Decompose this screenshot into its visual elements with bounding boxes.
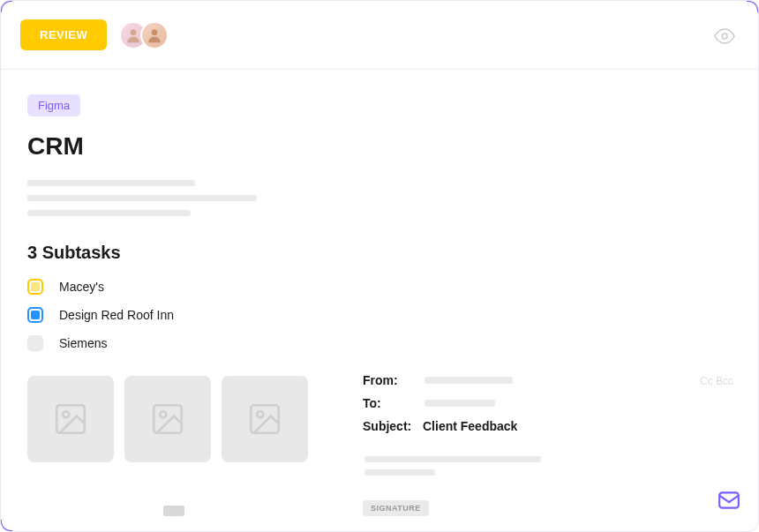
category-tag[interactable]: Figma bbox=[27, 94, 80, 116]
assignee-avatars bbox=[119, 21, 169, 49]
description-placeholder bbox=[27, 180, 732, 216]
image-icon bbox=[149, 401, 186, 438]
image-icon bbox=[52, 401, 89, 438]
header-bar: REVIEW bbox=[1, 1, 758, 70]
subtask-item[interactable]: Design Red Roof Inn bbox=[27, 307, 732, 323]
svg-point-1 bbox=[152, 29, 158, 35]
person-icon bbox=[124, 26, 142, 44]
signature-chip[interactable]: SIGNATURE bbox=[363, 500, 429, 516]
to-value-placeholder[interactable] bbox=[425, 400, 495, 407]
subtask-label: Siemens bbox=[59, 336, 107, 350]
email-body-placeholder[interactable] bbox=[364, 456, 742, 476]
email-subject-row: Subject: Client Feedback bbox=[363, 419, 742, 433]
from-value-placeholder[interactable] bbox=[425, 377, 513, 384]
avatar[interactable] bbox=[140, 21, 169, 49]
to-label: To: bbox=[363, 396, 416, 410]
svg-point-8 bbox=[257, 411, 263, 417]
attachment-thumb[interactable] bbox=[27, 376, 114, 462]
attachment-thumb[interactable] bbox=[124, 376, 211, 462]
email-compose-panel: Cc Bcc From: To: Subject: Client Feedbac… bbox=[363, 373, 742, 516]
subtask-item[interactable]: Macey's bbox=[27, 279, 732, 295]
subtask-label: Design Red Roof Inn bbox=[59, 308, 174, 322]
svg-point-2 bbox=[722, 34, 727, 39]
visibility-icon[interactable] bbox=[714, 26, 735, 50]
subtask-checkbox[interactable] bbox=[27, 279, 43, 295]
from-label: From: bbox=[363, 373, 416, 387]
subject-value[interactable]: Client Feedback bbox=[423, 419, 517, 433]
cc-bcc-toggle[interactable]: Cc Bcc bbox=[700, 375, 733, 387]
subject-label: Subject: bbox=[363, 419, 416, 433]
bottom-placeholder bbox=[163, 506, 184, 516]
person-icon bbox=[146, 26, 163, 44]
subtask-checkbox[interactable] bbox=[27, 335, 43, 351]
email-from-row: From: bbox=[363, 373, 742, 387]
mail-icon[interactable] bbox=[718, 489, 740, 515]
task-title: CRM bbox=[27, 132, 732, 161]
email-to-row: To: bbox=[363, 396, 742, 410]
svg-point-6 bbox=[160, 411, 166, 417]
svg-point-4 bbox=[63, 411, 69, 417]
attachment-thumb[interactable] bbox=[222, 376, 308, 462]
subtask-item[interactable]: Siemens bbox=[27, 335, 732, 351]
svg-rect-9 bbox=[719, 492, 739, 507]
subtasks-heading: 3 Subtasks bbox=[27, 243, 732, 263]
review-button[interactable]: REVIEW bbox=[20, 19, 107, 50]
svg-point-0 bbox=[131, 29, 137, 35]
subtask-checkbox[interactable] bbox=[27, 307, 43, 323]
subtask-label: Macey's bbox=[59, 280, 104, 294]
image-icon bbox=[246, 401, 283, 438]
